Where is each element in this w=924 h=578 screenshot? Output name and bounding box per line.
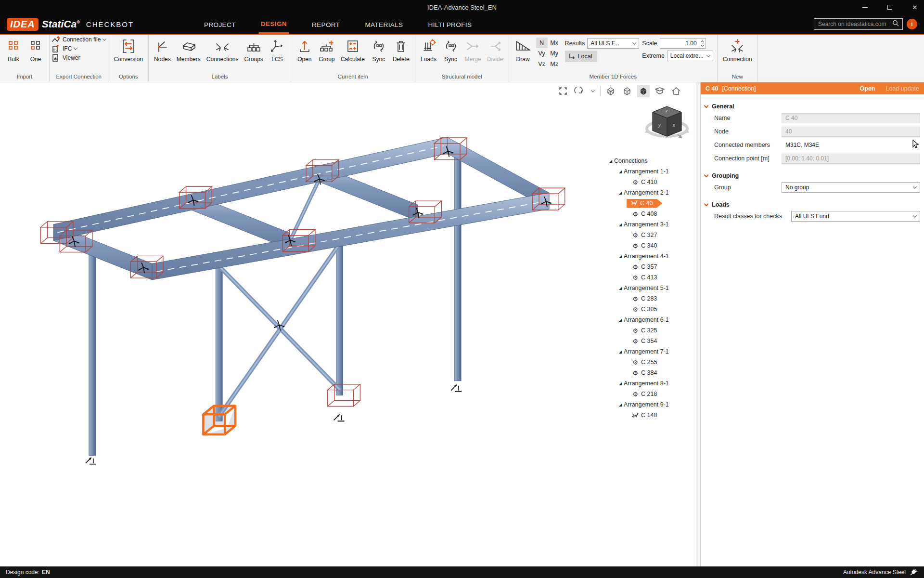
expander-icon[interactable]: ◢: [617, 318, 624, 322]
hidden-line-view-button[interactable]: [621, 85, 633, 97]
tab-materials[interactable]: MATERIALS: [363, 15, 405, 33]
tree-connection-item[interactable]: ⚙C 325: [602, 325, 694, 336]
expander-icon[interactable]: ◢: [607, 159, 614, 163]
tree-connection-item[interactable]: ⚙C 255: [602, 357, 694, 368]
one-button[interactable]: One: [25, 37, 46, 64]
tree-arrangement[interactable]: ◢Arrangement 4-1: [602, 251, 694, 262]
tree-arrangement[interactable]: ◢Arrangement 9-1: [602, 399, 694, 410]
force-toggle-mx[interactable]: Mx: [548, 38, 561, 48]
group-combo[interactable]: No group: [782, 182, 920, 193]
bulk-button[interactable]: Bulk: [3, 37, 24, 64]
tree-connection-item[interactable]: C 140: [602, 410, 694, 420]
tree-connection-item[interactable]: ⚙C 413: [602, 272, 694, 283]
expander-icon[interactable]: ◢: [617, 403, 624, 407]
maximize-button[interactable]: [885, 2, 895, 13]
expander-icon[interactable]: ◢: [617, 286, 624, 290]
force-toggle-vy[interactable]: Vy: [536, 48, 548, 59]
spinner-arrows-icon[interactable]: [699, 39, 706, 48]
sync-button[interactable]: Sync: [368, 37, 389, 64]
viewer-button[interactable]: Viewer: [51, 54, 80, 62]
tab-project[interactable]: PROJECT: [202, 15, 238, 33]
tree-connection-item[interactable]: ⚙C 327: [602, 230, 694, 240]
force-toggle-vz[interactable]: Vz: [536, 59, 548, 69]
expander-icon[interactable]: ◢: [617, 254, 624, 259]
tree-connection-item[interactable]: ⚙C 283: [602, 293, 694, 304]
tree-arrangement[interactable]: ◢Arrangement 5-1: [602, 283, 694, 293]
loads-button[interactable]: Loads: [418, 37, 439, 64]
open-connection-button[interactable]: Open: [860, 85, 875, 92]
local-toggle[interactable]: Local: [565, 51, 597, 62]
home-view-button[interactable]: [670, 85, 682, 97]
force-toggle-mz[interactable]: Mz: [548, 59, 561, 69]
tree-connection-item[interactable]: ⚙C 410: [602, 177, 694, 187]
force-toggle-n[interactable]: N: [536, 38, 548, 48]
tree-arrangement[interactable]: ◢Arrangement 7-1: [602, 346, 694, 357]
divide-button[interactable]: Divide: [485, 37, 506, 64]
nodes-button[interactable]: Nodes: [152, 37, 173, 64]
ifc-dropdown[interactable]: IFC IFC: [51, 45, 77, 53]
navigation-cube[interactable]: x y z: [644, 103, 690, 144]
extreme-combo[interactable]: Local extre...: [667, 51, 713, 61]
results-combo[interactable]: All ULS F...: [587, 38, 639, 49]
expander-icon[interactable]: ◢: [617, 223, 624, 227]
tree-arrangement[interactable]: ◢Arrangement 2-1: [602, 187, 694, 198]
expander-icon[interactable]: ◢: [617, 191, 624, 195]
tree-connection-item[interactable]: ⚙C 408: [602, 209, 694, 219]
wireframe-view-button[interactable]: [604, 85, 617, 97]
clip-view-button[interactable]: [654, 85, 666, 97]
expander-icon[interactable]: ◢: [617, 350, 624, 354]
tree-connection-item[interactable]: C 40: [602, 198, 694, 209]
new-connection-button[interactable]: Connection: [720, 37, 755, 64]
tree-connection-item[interactable]: ⚙C 357: [602, 262, 694, 272]
tree-root-connections[interactable]: ◢Connections: [602, 156, 694, 166]
tree-connection-item[interactable]: ⚙C 384: [602, 368, 694, 378]
minimize-button[interactable]: [860, 2, 870, 13]
search-icon[interactable]: [892, 20, 899, 28]
force-toggle-my[interactable]: My: [548, 48, 561, 59]
selected-connection-box[interactable]: [203, 406, 235, 434]
expander-icon[interactable]: ◢: [617, 381, 624, 386]
tree-arrangement[interactable]: ◢Arrangement 3-1: [602, 219, 694, 230]
conversion-button[interactable]: Conversion: [111, 37, 145, 64]
tab-hilti-profis[interactable]: HILTI PROFIS: [426, 15, 474, 33]
model-viewport[interactable]: x y z ◢Connections◢Arrangement 1-1⚙C 410…: [0, 82, 696, 566]
model-canvas[interactable]: [0, 82, 696, 566]
connections-button[interactable]: Connections: [204, 37, 241, 64]
tree-arrangement[interactable]: ◢Arrangement 6-1: [602, 315, 694, 325]
solid-view-button[interactable]: [637, 85, 650, 97]
search-input[interactable]: [814, 18, 903, 30]
tree-connection-item[interactable]: ⚙C 218: [602, 389, 694, 399]
close-button[interactable]: ✕: [910, 2, 920, 13]
merge-button[interactable]: Merge: [462, 37, 484, 64]
tree-connection-item[interactable]: ⚙C 354: [602, 336, 694, 346]
sync-model-button[interactable]: Sync: [440, 37, 462, 64]
group-button[interactable]: Group: [316, 37, 337, 64]
orbit-button[interactable]: [573, 85, 586, 97]
info-button[interactable]: i: [907, 19, 917, 29]
draw-button[interactable]: Draw: [512, 37, 534, 64]
groups-button[interactable]: Groups: [242, 37, 266, 64]
fit-view-button[interactable]: [557, 85, 569, 97]
viewport-scrollbar[interactable]: [696, 82, 700, 566]
result-classes-combo[interactable]: All ULS Fund: [791, 211, 920, 222]
tree-arrangement[interactable]: ◢Arrangement 1-1: [602, 166, 694, 177]
tab-design[interactable]: DESIGN: [259, 14, 289, 34]
load-update-button[interactable]: Load update: [886, 85, 919, 92]
general-section-header[interactable]: General: [701, 103, 924, 110]
tree-arrangement[interactable]: ◢Arrangement 8-1: [602, 378, 694, 389]
expander-icon[interactable]: ◢: [617, 170, 624, 174]
svg-text:IFC: IFC: [53, 48, 58, 51]
lcs-button[interactable]: LCS: [267, 37, 288, 64]
calculate-button[interactable]: Calculate: [338, 37, 367, 64]
connection-file-dropdown[interactable]: Connection file: [51, 36, 106, 43]
delete-button[interactable]: Delete: [390, 37, 412, 64]
scale-spinner[interactable]: 1.00: [660, 38, 706, 49]
open-button[interactable]: Open: [294, 37, 315, 64]
tree-connection-item[interactable]: ⚙C 340: [602, 240, 694, 251]
loads-section-header[interactable]: Loads: [701, 201, 924, 208]
orbit-dropdown[interactable]: [590, 85, 596, 97]
grouping-section-header[interactable]: Grouping: [701, 172, 924, 179]
tab-report[interactable]: REPORT: [310, 15, 342, 33]
tree-connection-item[interactable]: ⚙C 305: [602, 304, 694, 315]
members-button[interactable]: Members: [174, 37, 203, 64]
